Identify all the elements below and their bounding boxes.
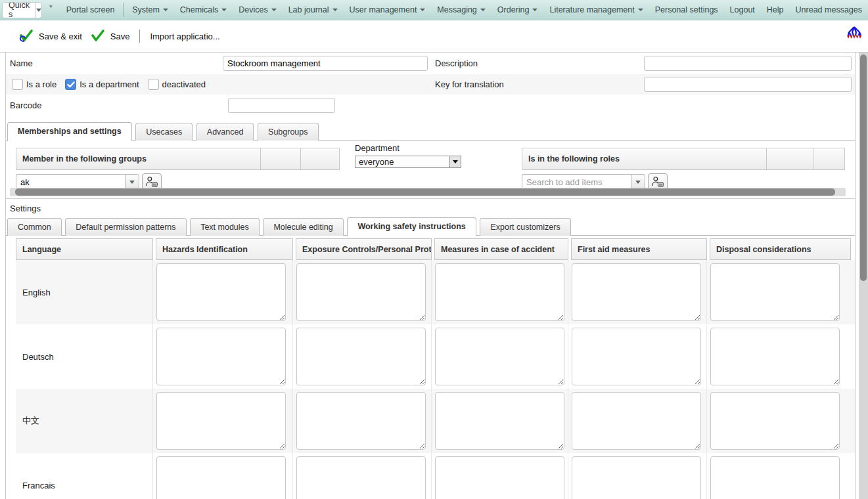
deactivated-checkbox[interactable] [148,79,159,90]
language-label: Francais [16,453,153,499]
horizontal-scrollbar-thumb[interactable] [15,188,835,196]
first-aid-textarea-deutsch[interactable] [572,328,701,385]
disposal-textarea-francais[interactable] [710,456,840,499]
vertical-scrollbar-thumb[interactable] [860,54,867,281]
vertical-scrollbar[interactable] [859,53,868,499]
department-select[interactable]: everyone [355,156,461,168]
tab-export-customizers[interactable]: Export customizers [480,218,570,236]
disposal-textarea-deutsch[interactable] [710,328,840,385]
menu-item-help[interactable]: Help [761,0,790,20]
toolbar: Save & exit Save Import applicatio... [0,20,868,53]
save-label: Save [110,32,130,41]
name-field[interactable] [223,56,428,71]
description-field[interactable] [644,56,852,71]
menu-item-label: Devices [239,5,267,14]
measures-textarea-chinese[interactable] [435,392,564,450]
deactivated-label: deactivated [162,79,206,89]
settings-tab-bar: Common Default permission patterns Text … [6,217,855,236]
hazards-textarea-deutsch[interactable] [156,328,286,385]
exposure-textarea-english[interactable] [296,263,426,321]
safety-instructions-table: Language Hazards Identification Exposure… [6,238,855,499]
hazards-textarea-english[interactable] [156,263,286,321]
menu-item-user-management[interactable]: User management [344,0,432,20]
barcode-label: Barcode [6,100,228,110]
menu-item-system[interactable]: System [126,0,174,20]
key-for-translation-field[interactable] [644,77,852,92]
org-tree-icon [846,25,863,43]
is-a-department-label: Is a department [80,79,139,89]
first-aid-textarea-english[interactable] [572,263,701,321]
user-add-icon [145,176,158,188]
name-label: Name [6,58,223,68]
memberships-panel: Member in the following groups Departmen… [6,141,855,199]
main-tab-bar: Memberships and settings Usecases Advanc… [6,121,855,141]
horizontal-scrollbar[interactable] [10,188,846,196]
disposal-textarea-chinese[interactable] [710,392,840,450]
menu-item-portal-screen[interactable]: Portal screen [60,0,121,20]
tab-common[interactable]: Common [7,218,62,236]
tab-subgroups[interactable]: Subgroups [258,123,318,141]
tab-advanced[interactable]: Advanced [196,123,254,141]
menu-item-personal-settings[interactable]: Personal settings [649,0,724,20]
menu-item-unread-messages[interactable]: Unread messages [790,0,868,20]
table-row-chinese: 中文 [16,389,855,453]
menu-star: * [49,3,53,12]
quick-search-combo[interactable]: Quick s [2,2,42,18]
language-label: Deutsch [16,324,153,389]
menu-item-chemicals[interactable]: Chemicals [174,0,233,20]
menu-item-literature-management[interactable]: Literature management [543,0,649,20]
chevron-down-icon [480,9,486,11]
menu-item-logout[interactable]: Logout [724,0,761,20]
chevron-down-icon[interactable] [35,9,41,12]
is-a-role-checkbox[interactable] [12,79,23,90]
disposal-textarea-english[interactable] [710,263,840,321]
hazards-textarea-francais[interactable] [156,456,286,499]
measures-textarea-deutsch[interactable] [435,328,564,385]
menu-item-label: User management [350,5,417,14]
menu-item-lab-journal[interactable]: Lab journal [283,0,344,20]
menu-item-devices[interactable]: Devices [233,0,282,20]
is-a-department-checkbox[interactable] [65,79,76,90]
tab-molecule-editing[interactable]: Molecule editing [263,218,343,236]
tab-working-safety-instructions[interactable]: Working safety instructions [347,217,476,236]
menu-item-label: Personal settings [655,5,718,14]
chevron-down-icon [638,9,643,11]
column-header-measures: Measures in case of accident [434,238,568,260]
groups-header-cell [260,148,301,170]
language-label: English [16,260,153,324]
chevron-down-icon [449,156,461,167]
measures-textarea-english[interactable] [435,263,564,321]
menu-item-label: Portal screen [66,5,115,14]
menu-item-label: Ordering [497,5,530,14]
first-aid-textarea-chinese[interactable] [572,392,701,450]
menu-item-label: Logout [730,5,755,14]
import-application-button[interactable]: Import applicatio... [146,32,223,41]
exposure-textarea-chinese[interactable] [296,392,426,450]
menu-item-ordering[interactable]: Ordering [491,0,544,20]
column-header-language: Language [16,238,153,260]
is-a-role-label: Is a role [26,79,57,89]
menu-item-label: Lab journal [288,5,329,14]
tab-default-permission-patterns[interactable]: Default permission patterns [65,218,186,236]
tab-memberships-and-settings[interactable]: Memberships and settings [7,122,132,141]
tab-text-modules[interactable]: Text modules [190,218,260,236]
measures-textarea-francais[interactable] [435,456,564,499]
hazards-textarea-chinese[interactable] [156,392,286,450]
menu-item-label: Unread messages [796,5,862,14]
exposure-textarea-francais[interactable] [296,456,426,499]
column-header-hazards: Hazards Identification [156,238,293,260]
toolbar-separator [139,30,140,43]
column-header-exposure: Exposure Controls/Personal Protect [296,238,432,260]
department-block: Department everyone [355,143,461,168]
save-and-exit-button[interactable]: Save & exit [14,30,86,43]
save-button[interactable]: Save [86,30,134,43]
menu-item-label: Help [767,5,784,14]
exposure-textarea-deutsch[interactable] [296,328,426,385]
table-row-francais: Francais [16,453,855,499]
roles-header-cell [766,148,813,170]
column-header-first-aid: First aid measures [571,238,707,260]
first-aid-textarea-francais[interactable] [572,456,701,499]
barcode-field[interactable] [228,98,335,113]
tab-usecases[interactable]: Usecases [135,123,193,141]
menu-item-messaging[interactable]: Messaging [431,0,491,20]
